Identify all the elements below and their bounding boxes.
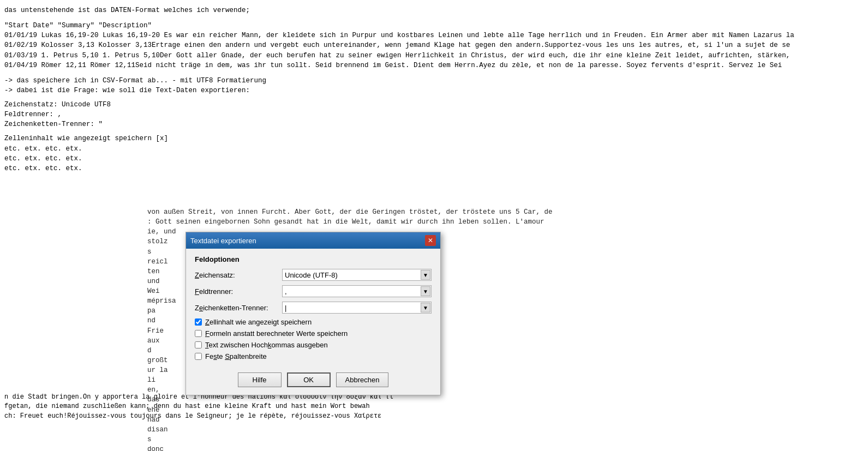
dialog-close-button[interactable]: ✕	[425, 235, 436, 246]
zeichensatz-row: Zeichensatz: Unicode (UTF-8) UTF-16 ISO-…	[195, 269, 432, 281]
zeichenketten-trenner-row: Zeichenketten-Trenner: ▼	[195, 302, 432, 314]
table-row: 01/03/19 1. Petrus 5,10 1. Petrus 5,10De…	[4, 51, 864, 61]
etx-row: etc. etx. etc. etx.	[4, 154, 864, 164]
zeichensatz-select[interactable]: Unicode (UTF-8) UTF-16 ISO-8859-1 Window…	[282, 269, 432, 281]
checkbox-spaltenbreite-label: Feste Spaltenbreite	[205, 352, 267, 360]
ok-button[interactable]: OK	[287, 372, 331, 387]
checkbox-spaltenbreite-row: Feste Spaltenbreite	[195, 352, 432, 360]
zeichensatz-select-wrapper: Unicode (UTF-8) UTF-16 ISO-8859-1 Window…	[282, 269, 432, 281]
checkbox-text[interactable]	[195, 341, 202, 348]
zeichenketten-trenner-label-underline: e	[199, 304, 203, 312]
hilfe-button[interactable]: Hilfe	[238, 372, 282, 387]
checkbox-formeln-label: Formeln anstatt berechneter Werte speich…	[205, 329, 348, 338]
settings-block: Zeichenstatz: Unicode UTF8 Feldtrenner: …	[4, 100, 864, 129]
feldtrenner-label-underline: F	[195, 287, 199, 296]
dialog-title: Textdatei exportieren	[190, 237, 256, 245]
abbrechen-button[interactable]: Abbrechen	[336, 372, 389, 387]
feldtrenner-label: Feldtrenner:	[195, 287, 282, 296]
zeichenketten-trenner-input[interactable]	[282, 302, 432, 314]
etx-row: etc. etx. etc. etx.	[4, 144, 864, 154]
checkbox-zellinhalt-label: Zellinhalt wie angezeigt speichern	[205, 318, 312, 326]
zeichensatz-label-underline: Z	[195, 271, 199, 279]
feldtrenner-select[interactable]: , ; Tab |	[282, 285, 432, 297]
instruction-line: -> das speichere ich in CSV-Format ab...…	[4, 76, 864, 86]
zeichensatz-label: Zeichensatz:	[195, 271, 282, 279]
dialog-body: Feldoptionen Zeichensatz: Unicode (UTF-8…	[186, 249, 440, 395]
etx-row: etc. etx. etc. etx.	[4, 164, 864, 173]
instruction-line: -> dabei ist die Frage: wie soll die Tex…	[4, 86, 864, 95]
instructions-block: -> das speichere ich in CSV-Format ab...…	[4, 76, 864, 95]
feldtrenner-row: Feldtrenner: , ; Tab | ▼	[195, 285, 432, 297]
table-section: "Start Date" "Summary" "Description" 01/…	[4, 21, 864, 70]
zellinhalt-line: Zelleninhalt wie angezeigt speichern [x]	[4, 134, 864, 143]
below-line: von außen Streit, von innen Furcht. Aber…	[147, 207, 622, 217]
dialog-section-title: Feldoptionen	[195, 255, 432, 263]
zeichenketten-trenner-wrapper: ▼	[282, 302, 432, 314]
checkbox-formeln-row: Formeln anstatt berechneter Werte speich…	[195, 329, 432, 338]
checkbox-text-label: Text zwischen Hochkommas ausgeben	[205, 341, 328, 349]
table-row: 01/04/19 Römer 12,11 Römer 12,11Seid nic…	[4, 61, 864, 70]
checkbox-zellinhalt[interactable]	[195, 318, 202, 326]
below-line: s donc buev πρ	[147, 435, 622, 451]
checkbox-spaltenbreite[interactable]	[195, 353, 202, 360]
feldtrenner-select-wrapper: , ; Tab | ▼	[282, 285, 432, 297]
zeichenketten-trenner-label: Zeichenketten-Trenner:	[195, 304, 282, 312]
table-row: 01/01/19 Lukas 16,19-20 Lukas 16,19-20 E…	[4, 31, 864, 40]
table-header: "Start Date" "Summary" "Description"	[4, 21, 864, 31]
bottom-content: n die Stadt bringen.On y apportera la gl…	[0, 393, 868, 421]
bottom-line: ch: Freuet euch!Réjouissez-vous toujours…	[4, 412, 864, 421]
setting-line: Zeichenstatz: Unicode UTF8	[4, 100, 864, 110]
checkbox-text-row: Text zwischen Hochkommas ausgeben	[195, 341, 432, 349]
setting-line: Zeichenketten-Trenner: "	[4, 119, 864, 129]
checkbox-zellinhalt-row: Zellinhalt wie angezeigt speichern	[195, 318, 432, 326]
dialog-buttons: Hilfe OK Abbrechen	[195, 368, 432, 387]
checkbox-formeln[interactable]	[195, 330, 202, 337]
bottom-line: fgetan, die niemand zuschließen kann; de…	[4, 402, 864, 411]
below-line: : Gott seinen eingebornen Sohn gesandt h…	[147, 217, 622, 227]
dialog-titlebar: Textdatei exportieren ✕	[186, 232, 440, 249]
setting-line: Feldtrenner: ,	[4, 110, 864, 119]
export-dialog: Textdatei exportieren ✕ Feldoptionen Zei…	[185, 232, 441, 395]
intro-text: das untenstehende ist das DATEN-Format w…	[4, 5, 864, 15]
table-row: 01/02/19 Kolosser 3,13 Kolosser 3,13Ertr…	[4, 40, 864, 50]
